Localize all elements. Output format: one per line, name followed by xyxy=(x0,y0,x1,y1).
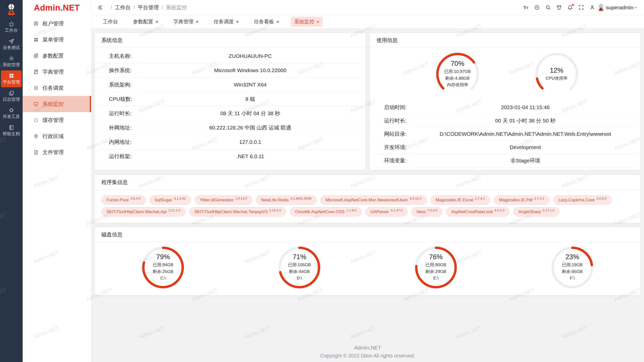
menu-item-menu-mgmt[interactable]: 菜单管理 xyxy=(23,32,91,48)
topbar-action-search[interactable] xyxy=(545,5,551,10)
tab-param-config[interactable]: 参数配置 × xyxy=(130,17,161,27)
close-icon[interactable]: × xyxy=(236,19,239,24)
tab-label: 工作台 xyxy=(103,18,118,25)
menu-item-param-config[interactable]: 参数配置 xyxy=(23,48,91,64)
assembly-name: UAParser xyxy=(371,207,389,216)
menu-item-task-schedule[interactable]: 任务调度 xyxy=(23,80,91,96)
assembly-tag[interactable]: OnceMi.AspNetCore.OSS 1.1.9.0 xyxy=(290,207,361,216)
sidebar-item-workbench[interactable]: 工作台 xyxy=(1,19,22,35)
breadcrumb-item-system-monitor[interactable]: / 系统监控 xyxy=(159,4,187,11)
topbar-action-profile[interactable] xyxy=(589,5,595,10)
menu-item-system-monitor[interactable]: 系统监控 xyxy=(23,96,91,112)
info-value: 2023-01-04 11:15:46 xyxy=(414,101,637,114)
assembly-tag[interactable]: Magicodes.IE.Pdf 2.7.4.1 xyxy=(494,195,549,205)
params-icon xyxy=(33,53,39,59)
assembly-tag[interactable]: SqlSugar 5.1.3.42 xyxy=(150,195,191,205)
close-icon[interactable]: × xyxy=(155,19,158,24)
grid-icon xyxy=(9,73,14,79)
home-icon xyxy=(9,21,14,27)
tab-workbench[interactable]: 工作台 xyxy=(100,17,121,27)
page-footer: Admin.NET Copyright © 2022 Dilon All rig… xyxy=(95,345,641,359)
tab-dict-mgmt[interactable]: 字典管理 × xyxy=(170,17,202,27)
assembly-tag[interactable]: SKIT.FlurlHttpClient.Wechat.TenpayV3 2.1… xyxy=(189,207,286,216)
topbar-action-font-size[interactable]: TT xyxy=(523,5,529,10)
menu-item-label: 系统监控 xyxy=(43,101,64,108)
disk-drive: C:\ xyxy=(160,275,166,282)
disk-drive: F:\ xyxy=(570,275,575,282)
app-logo[interactable] xyxy=(4,2,19,17)
menu-item-dict-mgmt[interactable]: 字典管理 xyxy=(23,64,91,80)
assembly-tag[interactable]: SKIT.FlurlHttpClient.Wechat.Api 2.21.1.0 xyxy=(101,207,185,216)
disk-percent: 23% xyxy=(566,253,579,261)
info-label: 外网地址: xyxy=(98,121,136,135)
menu-item-cache-mgmt[interactable]: 缓存管理 xyxy=(23,112,91,128)
breadcrumb-label: 平台管理 xyxy=(138,4,159,11)
breadcrumb-item-workbench[interactable]: / 工作台 xyxy=(108,4,131,11)
assembly-tag[interactable]: Yitter.IdGenerator 1.0.14.0 xyxy=(195,195,252,205)
assembly-tag[interactable]: UAParser 3.1.47.0 xyxy=(366,207,408,216)
menu-item-label: 文件管理 xyxy=(43,149,64,156)
sidebar-item-system-mgmt[interactable]: 系统管理 xyxy=(1,53,22,70)
chevron-down-icon[interactable] xyxy=(633,5,638,10)
sidebar-item-log-mgmt[interactable]: 日志管理 xyxy=(1,88,22,105)
assembly-tag[interactable]: NewLife.Redis 5.1.8401.5009 xyxy=(256,195,316,205)
tab-task-schedule[interactable]: 任务调度 × xyxy=(211,17,242,27)
assembly-name: SKIT.FlurlHttpClient.Wechat.TenpayV3 xyxy=(194,207,268,216)
tab-task-board[interactable]: 任务看板 × xyxy=(251,17,282,27)
sidebar-item-help-docs[interactable]: 帮助文档 xyxy=(1,122,22,139)
breadcrumb-label: 系统监控 xyxy=(166,4,187,11)
info-label: 操作系统: xyxy=(98,63,136,78)
topbar-action-notification[interactable] xyxy=(567,5,573,10)
close-icon[interactable]: × xyxy=(316,19,319,24)
dict-icon xyxy=(33,69,39,75)
page-content: 系统信息 主机名称: ZUOHUAIJUN-PC 操作系统: Microsoft… xyxy=(91,29,644,362)
primary-nav: 工作台 业务测试 系统管理 平台管理 xyxy=(0,18,23,140)
assembly-tag[interactable]: Microsoft.AspNetCore.Mvc.NewtonsoftJson … xyxy=(320,195,427,205)
breadcrumb: / 工作台 / 平台管理 / 系统监控 xyxy=(108,4,187,11)
disk-donuts: 79% 已用:94GB 剩余:25GB C:\ 71% xyxy=(95,242,640,295)
chip-icon xyxy=(9,107,14,113)
assembly-tag[interactable]: Lazy.Captcha.Core 2.0.0.0 xyxy=(553,195,612,205)
info-row: 开发环境: Development xyxy=(374,141,637,154)
breadcrumb-item-platform-mgmt[interactable]: / 平台管理 xyxy=(131,4,159,11)
tab-label: 任务看板 xyxy=(254,18,274,25)
menu-item-label: 菜单管理 xyxy=(43,36,64,43)
main-area: / 工作台 / 平台管理 / 系统监控 TT xyxy=(91,0,644,362)
username[interactable]: superadmin xyxy=(606,5,633,11)
topbar-action-language[interactable]: 中 xyxy=(534,5,540,10)
assembly-version: 2.21.1.0 xyxy=(169,209,180,212)
primary-sidebar: 工作台 业务测试 系统管理 平台管理 xyxy=(0,0,23,362)
close-icon[interactable]: × xyxy=(196,19,198,24)
assembly-tag[interactable]: AspNetCoreRateLimit 4.0.2.0 xyxy=(446,207,509,216)
sidebar-item-business-test[interactable]: 业务测试 xyxy=(1,36,22,53)
tab-label: 参数配置 xyxy=(133,18,153,25)
tab-system-monitor[interactable]: 系统监控 × xyxy=(291,17,322,27)
assembly-tag[interactable]: Nest 7.0.0.0 xyxy=(412,207,442,216)
close-icon[interactable]: × xyxy=(276,19,279,24)
sidebar-item-label: 业务测试 xyxy=(3,46,20,50)
assembly-tag[interactable]: AngleSharp 0.17.1.0 xyxy=(513,207,559,216)
menu-item-region[interactable]: 行政区域 xyxy=(23,128,91,144)
sidebar-item-dev-tools[interactable]: 开发工具 xyxy=(1,105,22,122)
sidebar-item-platform-mgmt[interactable]: 平台管理 xyxy=(1,70,22,87)
menu-item-file-mgmt[interactable]: 文件管理 xyxy=(23,144,91,160)
usage-gauges: 70% 已用:10.97GB 剩余:4.88GB 内存使用率 12% CPU使用… xyxy=(370,48,641,101)
info-value: 非Stage环境 xyxy=(414,154,637,167)
info-label: 运行框架: xyxy=(98,149,136,164)
user-avatar[interactable] xyxy=(597,3,605,12)
collapse-menu-icon[interactable] xyxy=(97,5,103,11)
info-label: 环境变量: xyxy=(374,154,411,167)
info-row: 环境变量: 非Stage环境 xyxy=(374,154,637,167)
topbar-action-fullscreen[interactable] xyxy=(578,5,584,10)
secondary-sidebar: Admin.NET 租户管理 菜单管理 参数配置 xyxy=(23,0,91,362)
disk-free: 剩余:29GB xyxy=(426,268,446,275)
menu-item-tenant-mgmt[interactable]: 租户管理 xyxy=(23,16,91,32)
assembly-tag[interactable]: Furion.Pure 4.8.4.5 xyxy=(101,195,146,205)
topbar-action-theme[interactable] xyxy=(556,5,562,10)
system-info-card: 系统信息 主机名称: ZUOHUAIJUN-PC 操作系统: Microsoft… xyxy=(95,33,366,170)
svg-text:T: T xyxy=(526,6,528,9)
send-icon xyxy=(9,38,14,44)
breadcrumb-separator: / xyxy=(111,5,112,10)
disk-used: 已用:94GB xyxy=(153,262,173,268)
assembly-tag[interactable]: Magicodes.IE.Excel 2.7.4.1 xyxy=(431,195,490,205)
